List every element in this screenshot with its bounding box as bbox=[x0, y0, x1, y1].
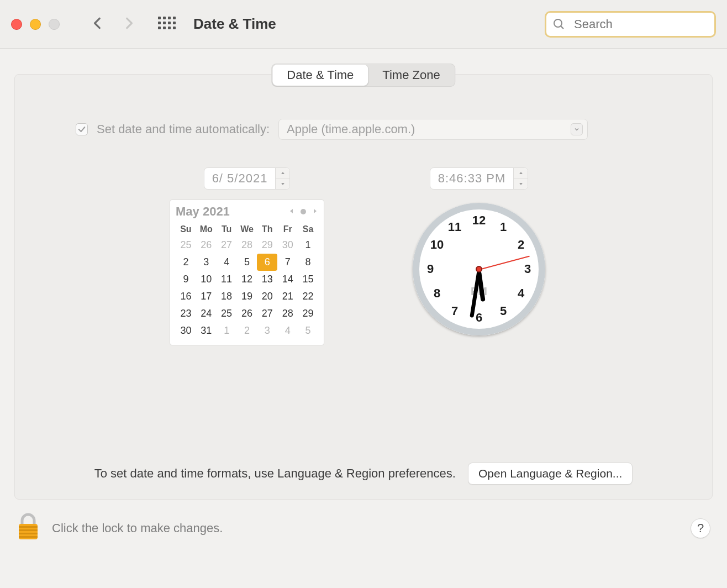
calendar-day[interactable]: 29 bbox=[257, 237, 277, 254]
calendar-day-header: Su bbox=[176, 222, 196, 237]
maximize-window-button[interactable] bbox=[49, 19, 60, 30]
calendar-day[interactable]: 15 bbox=[298, 271, 318, 288]
clock-number: 12 bbox=[472, 213, 486, 228]
help-button[interactable]: ? bbox=[691, 518, 710, 538]
open-language-region-button[interactable]: Open Language & Region... bbox=[468, 463, 633, 485]
clock-number: 1 bbox=[500, 220, 507, 234]
clock-number: 7 bbox=[451, 304, 458, 318]
calendar-day[interactable]: 22 bbox=[298, 288, 318, 305]
calendar-day[interactable]: 20 bbox=[257, 288, 277, 305]
calendar-day[interactable]: 31 bbox=[196, 322, 217, 339]
calendar-day[interactable]: 24 bbox=[196, 305, 217, 322]
svg-marker-6 bbox=[519, 172, 523, 174]
calendar: May 2021 SuMoTuWeThFrSa25262728293012345… bbox=[170, 200, 324, 345]
close-window-button[interactable] bbox=[11, 19, 22, 30]
calendar-day[interactable]: 6 bbox=[257, 254, 277, 271]
lock-icon[interactable] bbox=[17, 513, 40, 544]
calendar-day[interactable]: 29 bbox=[298, 305, 318, 322]
calendar-today-button[interactable] bbox=[301, 209, 306, 214]
svg-marker-7 bbox=[519, 183, 523, 185]
svg-marker-3 bbox=[281, 183, 285, 185]
calendar-day[interactable]: 30 bbox=[277, 237, 298, 254]
calendar-day[interactable]: 17 bbox=[196, 288, 217, 305]
calendar-day[interactable]: 19 bbox=[237, 288, 257, 305]
time-stepper[interactable]: 8:46:33 PM bbox=[430, 167, 529, 190]
lock-message: Click the lock to make changes. bbox=[52, 521, 223, 536]
calendar-day[interactable]: 27 bbox=[217, 237, 237, 254]
time-step-up[interactable] bbox=[514, 168, 528, 179]
calendar-day[interactable]: 5 bbox=[298, 322, 318, 339]
show-all-prefs-button[interactable] bbox=[158, 17, 173, 32]
calendar-next-month[interactable] bbox=[312, 207, 318, 217]
calendar-day[interactable]: 16 bbox=[176, 288, 196, 305]
date-value: 6/ 5/2021 bbox=[204, 168, 276, 189]
calendar-day[interactable]: 11 bbox=[217, 271, 237, 288]
time-column: 8:46:33 PM PM 121234567891011 bbox=[413, 167, 545, 345]
calendar-day[interactable]: 3 bbox=[257, 322, 277, 339]
svg-marker-2 bbox=[281, 172, 285, 174]
tab-time-zone[interactable]: Time Zone bbox=[368, 65, 454, 86]
date-stepper[interactable]: 6/ 5/2021 bbox=[204, 167, 291, 190]
calendar-day-header: Th bbox=[257, 222, 277, 237]
clock-pivot bbox=[476, 266, 482, 272]
calendar-day[interactable]: 9 bbox=[176, 271, 196, 288]
calendar-day[interactable]: 23 bbox=[176, 305, 196, 322]
calendar-day[interactable]: 28 bbox=[277, 305, 298, 322]
analog-clock: PM 121234567891011 bbox=[413, 203, 545, 335]
calendar-day[interactable]: 4 bbox=[277, 322, 298, 339]
auto-set-label: Set date and time automatically: bbox=[97, 122, 270, 136]
search-input[interactable] bbox=[545, 11, 716, 38]
calendar-day[interactable]: 1 bbox=[298, 237, 318, 254]
calendar-month-label: May 2021 bbox=[176, 204, 230, 219]
calendar-day[interactable]: 2 bbox=[237, 322, 257, 339]
svg-marker-4 bbox=[290, 209, 293, 213]
calendar-day[interactable]: 25 bbox=[217, 305, 237, 322]
calendar-day[interactable]: 5 bbox=[237, 254, 257, 271]
calendar-day[interactable]: 30 bbox=[176, 322, 196, 339]
time-server-select[interactable]: Apple (time.apple.com.) bbox=[278, 119, 588, 140]
auto-set-row: Set date and time automatically: Apple (… bbox=[54, 119, 673, 140]
calendar-day[interactable]: 21 bbox=[277, 288, 298, 305]
clock-number: 8 bbox=[434, 286, 440, 301]
calendar-day[interactable]: 13 bbox=[257, 271, 277, 288]
back-button[interactable] bbox=[91, 16, 105, 33]
date-step-down[interactable] bbox=[276, 179, 289, 190]
forward-button[interactable] bbox=[122, 16, 136, 33]
calendar-day[interactable]: 7 bbox=[277, 254, 298, 271]
calendar-day[interactable]: 26 bbox=[196, 237, 217, 254]
clock-number: 6 bbox=[476, 311, 482, 325]
calendar-prev-month[interactable] bbox=[288, 207, 295, 217]
calendar-day-header: Fr bbox=[277, 222, 298, 237]
time-value: 8:46:33 PM bbox=[430, 168, 514, 189]
svg-rect-11 bbox=[19, 533, 38, 534]
calendar-day[interactable]: 12 bbox=[237, 271, 257, 288]
svg-rect-9 bbox=[19, 526, 38, 528]
format-hint: To set date and time formats, use Langua… bbox=[94, 466, 456, 481]
calendar-day[interactable]: 8 bbox=[298, 254, 318, 271]
minimize-window-button[interactable] bbox=[30, 19, 41, 30]
calendar-day[interactable]: 1 bbox=[217, 322, 237, 339]
clock-number: 10 bbox=[430, 238, 444, 252]
svg-rect-12 bbox=[19, 536, 38, 538]
calendar-day[interactable]: 3 bbox=[196, 254, 217, 271]
calendar-day[interactable]: 14 bbox=[277, 271, 298, 288]
format-footer: To set date and time formats, use Langua… bbox=[15, 463, 712, 485]
calendar-day[interactable]: 25 bbox=[176, 237, 196, 254]
calendar-day[interactable]: 28 bbox=[237, 237, 257, 254]
calendar-day-header: Sa bbox=[298, 222, 318, 237]
clock-number: 4 bbox=[518, 286, 524, 301]
calendar-day[interactable]: 27 bbox=[257, 305, 277, 322]
calendar-day[interactable]: 10 bbox=[196, 271, 217, 288]
svg-line-1 bbox=[561, 26, 563, 29]
calendar-day[interactable]: 18 bbox=[217, 288, 237, 305]
calendar-day[interactable]: 2 bbox=[176, 254, 196, 271]
calendar-day[interactable]: 26 bbox=[237, 305, 257, 322]
tab-date-time[interactable]: Date & Time bbox=[272, 65, 368, 86]
date-column: 6/ 5/2021 May 2021 bbox=[170, 167, 324, 345]
date-step-up[interactable] bbox=[276, 168, 289, 179]
calendar-day[interactable]: 4 bbox=[217, 254, 237, 271]
calendar-day-header: Mo bbox=[196, 222, 217, 237]
time-step-down[interactable] bbox=[514, 179, 528, 190]
chevron-down-icon bbox=[571, 123, 583, 135]
auto-set-checkbox[interactable] bbox=[76, 123, 88, 135]
